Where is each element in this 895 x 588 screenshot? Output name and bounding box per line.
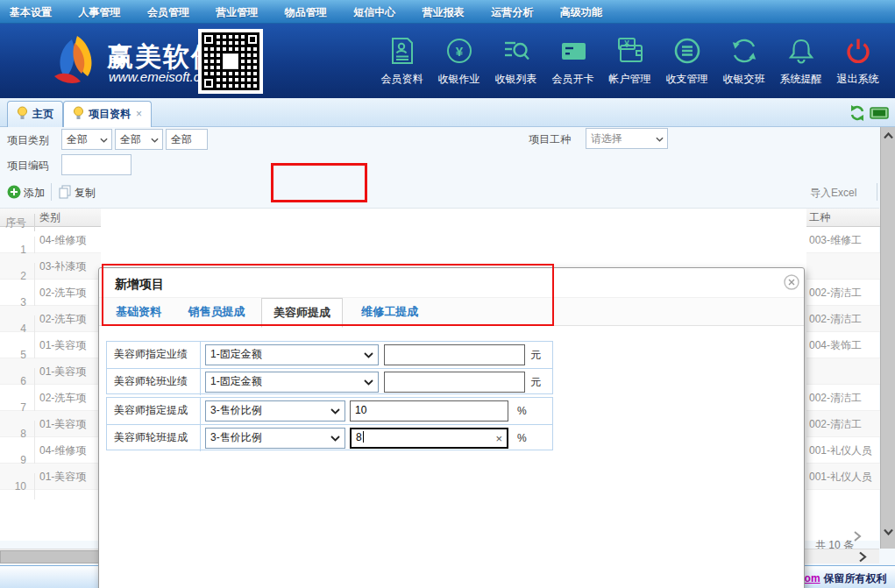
toolbar-label: 系统提醒 (780, 73, 822, 85)
toolbar-cashier-work-button[interactable]: ¥ 收银作业 (430, 34, 487, 87)
filter-category-select[interactable]: 全部 (61, 129, 112, 150)
scroll-down-icon[interactable] (884, 528, 893, 535)
table-row[interactable]: 203-补漆项 (0, 253, 101, 280)
toolbar-label: 退出系统 (837, 73, 879, 85)
toolbar-system-reminder-button[interactable]: 系统提醒 (772, 34, 829, 87)
chevron-down-icon (364, 352, 373, 358)
clear-input-icon[interactable]: × (495, 431, 502, 447)
filter-worktype-select[interactable]: 请选择 (586, 128, 668, 149)
beautician-commission-group: 美容师指定提成 3-售价比例 10 % 美容师轮班提成 3-售价比例 (106, 397, 553, 450)
filter-code-input[interactable] (61, 154, 131, 175)
table-row[interactable]: 1001-美容项 (0, 464, 101, 490)
toolbar-label: 帐户管理 (609, 73, 651, 85)
monitor-icon[interactable] (870, 107, 889, 119)
menu-item-analytics[interactable]: 运营分析 (485, 0, 539, 25)
tab-close-icon[interactable]: × (136, 108, 142, 120)
table-row[interactable]: 801-美容项 (0, 411, 101, 437)
col-header-worktype: 工种 (806, 209, 880, 226)
row-label: 美容师指定提成 (107, 398, 201, 424)
shift-performance-type-select[interactable]: 1-固定金额 (205, 372, 379, 393)
annotation-box-tab (271, 163, 367, 202)
dialog-tab-mechanic-commission[interactable]: 维修工提成 (361, 298, 418, 326)
toolbar-member-card-button[interactable]: 会员开卡 (544, 34, 601, 87)
table-row[interactable]: 501-美容项 (0, 332, 101, 358)
toolbar-member-profile-button[interactable]: 会员资料 (373, 34, 430, 87)
table-row[interactable]: 302-洗车项 (0, 280, 101, 306)
form-row-assigned-commission: 美容师指定提成 3-售价比例 10 % (107, 398, 552, 424)
assigned-performance-value-input[interactable] (384, 344, 525, 365)
table-row[interactable]: 002-清洁工 (806, 385, 880, 411)
copy-button[interactable]: 复制 (58, 185, 96, 201)
dialog-tab-salesperson-commission[interactable]: 销售员提成 (188, 298, 245, 326)
table-row[interactable]: 402-洗车项 (0, 306, 101, 332)
assigned-performance-type-select[interactable]: 1-固定金额 (205, 344, 379, 365)
filter-subcategory2-select[interactable]: 全部 (166, 129, 208, 150)
shift-change-icon (728, 34, 760, 67)
toolbar-label: 会员开卡 (552, 73, 594, 85)
table-row[interactable]: 001-礼仪人员 (806, 464, 880, 490)
svg-text:¥: ¥ (624, 39, 629, 49)
tab-project-data[interactable]: 项目资料× (63, 101, 152, 127)
toolbar-income-expense-button[interactable]: 收支管理 (658, 34, 715, 87)
table-row[interactable]: 702-洗车项 (0, 385, 101, 411)
import-excel-button[interactable]: 导入Excel (810, 186, 856, 201)
add-icon (7, 185, 21, 199)
scroll-up-icon[interactable] (884, 132, 893, 139)
table-row[interactable]: 002-清洁工 (806, 306, 880, 332)
menu-item-business[interactable]: 营业管理 (210, 0, 264, 25)
col-header-category: 类别 (35, 209, 98, 226)
assigned-commission-value-input[interactable]: 10 (350, 400, 508, 422)
toolbar-account-manage-button[interactable]: ¥ 帐户管理 (601, 34, 658, 87)
dialog-title: 新增项目 (115, 277, 164, 293)
menu-item-basic-settings[interactable]: 基本设置 (4, 0, 58, 25)
shift-commission-value-input[interactable]: 8 × (350, 428, 508, 449)
brand-logo-icon (46, 34, 102, 89)
shift-commission-type-select[interactable]: 3-售价比例 (205, 428, 345, 449)
toolbar-exit-system-button[interactable]: 退出系统 (829, 34, 886, 87)
toolbar-shift-change-button[interactable]: 收银交班 (715, 34, 772, 87)
table-row[interactable]: 002-清洁工 (806, 280, 880, 306)
form-row-shift-commission: 美容师轮班提成 3-售价比例 8 × % (107, 424, 552, 450)
row-label: 美容师轮班业绩 (107, 369, 201, 395)
vertical-scrollbar[interactable] (880, 127, 895, 549)
project-data-page: 项目类别 全部 全部 全部 项目工种 请选择 项目编码 添加 (0, 127, 895, 565)
table-row[interactable]: 001-礼仪人员 (806, 437, 880, 464)
add-button[interactable]: 添加 (7, 185, 45, 201)
member-card-icon (558, 34, 589, 67)
table-row[interactable]: 904-维修项 (0, 437, 101, 464)
tab-home[interactable]: 主页 (7, 101, 63, 127)
assigned-commission-type-select[interactable]: 3-售价比例 (205, 400, 345, 422)
menu-item-sms[interactable]: 短信中心 (347, 0, 401, 25)
menu-item-reports[interactable]: 营业报表 (416, 0, 471, 25)
refresh-icon[interactable] (849, 104, 866, 122)
table-row[interactable]: 004-装饰工 (806, 332, 880, 358)
chevron-down-icon (330, 436, 340, 442)
menu-item-advanced[interactable]: 高级功能 (554, 0, 608, 25)
dialog-close-icon[interactable] (784, 274, 799, 290)
menu-item-members[interactable]: 会员管理 (141, 0, 195, 25)
table-row[interactable] (806, 253, 880, 280)
filter-subcategory-select[interactable]: 全部 (115, 129, 163, 150)
table-row[interactable]: 003-维修工 (806, 227, 880, 253)
tab-home-label: 主页 (32, 108, 53, 120)
unit-label: 元 (530, 342, 541, 368)
table-row[interactable]: 002-清洁工 (806, 411, 880, 437)
chevron-down-icon (330, 408, 340, 414)
filter-worktype-label: 项目工种 (529, 132, 571, 147)
shift-performance-value-input[interactable] (384, 372, 525, 393)
table-row[interactable]: 601-美容项 (0, 358, 101, 385)
dialog-tab-beautician-commission[interactable]: 美容师提成 (261, 298, 343, 328)
scroll-right-icon[interactable] (857, 551, 868, 563)
toolbar-label: 收银交班 (723, 73, 765, 85)
chevron-down-icon (364, 379, 373, 386)
table-row[interactable] (806, 358, 880, 385)
table-row[interactable]: 104-维修项 (0, 227, 101, 253)
menu-item-goods[interactable]: 物品管理 (279, 0, 333, 25)
menu-item-hr[interactable]: 人事管理 (72, 0, 126, 25)
account-manage-icon: ¥ (614, 34, 646, 67)
system-reminder-icon (785, 34, 817, 67)
dialog-tab-basic-info[interactable]: 基础资料 (116, 298, 161, 326)
toolbar-label: 会员资料 (381, 73, 423, 85)
cashier-list-icon (501, 34, 532, 67)
toolbar-cashier-list-button[interactable]: 收银列表 (487, 34, 544, 87)
